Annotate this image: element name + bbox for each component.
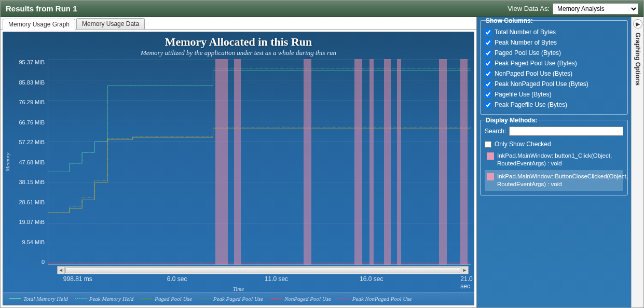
legend-swatch-icon bbox=[75, 298, 87, 299]
column-checkbox[interactable] bbox=[485, 71, 491, 77]
only-show-checked-label: Only Show Checked bbox=[495, 141, 551, 148]
show-columns-group: Show Columns: Total Number of BytesPeak … bbox=[480, 20, 628, 115]
series-line bbox=[48, 68, 471, 172]
y-axis-label: Memory bbox=[3, 152, 11, 172]
method-swatch-icon bbox=[487, 173, 494, 180]
y-tick: 95.37 MiB bbox=[13, 59, 45, 65]
method-row[interactable]: InkPad.MainWindow::ButtonCloseClicked(Ob… bbox=[485, 170, 623, 191]
x-axis-label: Time bbox=[3, 286, 474, 292]
column-checkbox[interactable] bbox=[485, 50, 491, 57]
x-tick: 998.81 ms bbox=[63, 275, 92, 283]
scroll-left-arrow-icon[interactable]: ◄ bbox=[58, 267, 65, 274]
column-row: Pagefile Use (Bytes) bbox=[485, 89, 623, 100]
column-row: Peak Paged Pool Use (Bytes) bbox=[485, 58, 623, 68]
legend-swatch-icon bbox=[270, 298, 282, 299]
method-label: InkPad.MainWindow::ButtonCloseClicked(Ob… bbox=[497, 173, 628, 188]
method-label: InkPad.MainWindow::button1_Click(Object,… bbox=[497, 152, 621, 167]
legend-label: Peak Memory Held bbox=[89, 296, 134, 302]
y-axis-ticks: 95.37 MiB85.83 MiB76.29 MiB66.76 MiB57.2… bbox=[11, 59, 48, 265]
legend-item[interactable]: Peak NonPaged Pool Use bbox=[338, 296, 412, 302]
y-tick: 76.29 MiB bbox=[13, 99, 45, 105]
event-band bbox=[354, 59, 362, 264]
column-label: Paged Pool Use (Bytes) bbox=[495, 49, 561, 57]
view-data-as-select[interactable]: Memory Analysis bbox=[553, 3, 638, 15]
column-row: Total Number of Bytes bbox=[485, 27, 623, 37]
event-band bbox=[439, 59, 447, 264]
graphing-options-panel: Show Columns: Total Number of BytesPeak … bbox=[477, 17, 631, 307]
chart-legend: Total Memory HeldPeak Memory HeldPaged P… bbox=[3, 292, 474, 305]
column-checkbox[interactable] bbox=[485, 91, 491, 98]
view-data-as-label: View Data As: bbox=[508, 5, 550, 12]
column-label: NonPaged Pool Use (Bytes) bbox=[495, 70, 572, 77]
options-rail: ▶ Graphing Options bbox=[631, 17, 643, 307]
column-checkbox[interactable] bbox=[485, 39, 491, 46]
column-checkbox[interactable] bbox=[485, 29, 491, 36]
header-bar: Results from Run 1 View Data As: Memory … bbox=[1, 1, 643, 17]
column-checkbox[interactable] bbox=[485, 81, 491, 88]
column-row: NonPaged Pool Use (Bytes) bbox=[485, 68, 623, 79]
tab-0[interactable]: Memory Usage Graph bbox=[3, 19, 75, 30]
legend-item[interactable]: NonPaged Pool Use bbox=[270, 296, 331, 302]
event-band bbox=[304, 59, 311, 264]
display-methods-title: Display Methods: bbox=[484, 117, 539, 124]
event-band bbox=[234, 59, 241, 264]
column-label: Peak Pagefile Use (Bytes) bbox=[495, 101, 567, 108]
legend-item[interactable]: Peak Memory Held bbox=[75, 296, 134, 302]
column-row: Peak NonPaged Pool Use (Bytes) bbox=[485, 79, 623, 89]
y-tick: 57.22 MiB bbox=[13, 139, 45, 145]
legend-label: Total Memory Held bbox=[23, 296, 68, 302]
legend-label: Peak Paged Pool Use bbox=[213, 296, 263, 302]
method-swatch-icon bbox=[487, 152, 494, 160]
y-tick: 19.07 MiB bbox=[13, 219, 45, 225]
column-label: Peak Number of Bytes bbox=[495, 39, 557, 46]
scroll-right-arrow-icon[interactable]: ► bbox=[461, 267, 468, 274]
legend-item[interactable]: Peak Paged Pool Use bbox=[199, 296, 263, 302]
column-label: Pagefile Use (Bytes) bbox=[495, 91, 551, 98]
chart-plot-area[interactable] bbox=[48, 59, 471, 265]
legend-swatch-icon bbox=[199, 298, 211, 299]
x-tick: 6.0 sec bbox=[167, 275, 187, 283]
legend-label: Paged Pool Use bbox=[155, 296, 191, 302]
show-columns-title: Show Columns: bbox=[484, 17, 535, 24]
chart-title: Memory Allocated in this Run bbox=[3, 35, 474, 49]
time-scrollbar[interactable]: ◄ ► bbox=[57, 266, 469, 274]
chevron-right-icon: ▶ bbox=[636, 21, 640, 27]
search-label: Search: bbox=[485, 128, 506, 135]
column-row: Peak Number of Bytes bbox=[485, 37, 623, 48]
y-tick: 38.15 MiB bbox=[13, 179, 45, 185]
graph-panel: Memory Allocated in this Run Memory util… bbox=[3, 32, 474, 305]
collapse-panel-button[interactable]: ▶ bbox=[633, 19, 642, 29]
y-tick: 47.68 MiB bbox=[13, 159, 45, 165]
y-tick: 85.83 MiB bbox=[13, 79, 45, 86]
chart-subtitle: Memory utilized by the application under… bbox=[3, 49, 474, 57]
column-checkbox[interactable] bbox=[485, 60, 491, 67]
x-tick: 16.0 sec bbox=[360, 275, 383, 283]
x-tick: 21.0 sec bbox=[460, 275, 472, 290]
x-axis-ticks: 998.81 ms6.0 sec11.0 sec16.0 sec21.0 sec bbox=[57, 275, 471, 284]
legend-swatch-icon bbox=[338, 298, 350, 299]
y-tick: 0 bbox=[13, 259, 45, 265]
column-checkbox[interactable] bbox=[485, 102, 491, 108]
column-label: Total Number of Bytes bbox=[495, 29, 556, 36]
series-line bbox=[48, 128, 471, 213]
tab-1[interactable]: Memory Usage Data bbox=[76, 18, 145, 29]
display-methods-group: Display Methods: Search: Only Show Check… bbox=[480, 120, 628, 195]
legend-label: NonPaged Pool Use bbox=[284, 296, 331, 302]
column-row: Peak Pagefile Use (Bytes) bbox=[485, 100, 623, 110]
search-input[interactable] bbox=[509, 127, 623, 136]
method-row[interactable]: InkPad.MainWindow::button1_Click(Object,… bbox=[485, 149, 623, 170]
event-band bbox=[215, 59, 228, 264]
y-tick: 28.61 MiB bbox=[13, 199, 45, 205]
legend-item[interactable]: Paged Pool Use bbox=[141, 296, 191, 302]
y-tick: 9.54 MiB bbox=[13, 239, 45, 245]
column-label: Peak NonPaged Pool Use (Bytes) bbox=[495, 80, 588, 88]
event-band bbox=[384, 59, 391, 264]
column-row: Paged Pool Use (Bytes) bbox=[485, 48, 623, 58]
page-title: Results from Run 1 bbox=[6, 4, 508, 13]
event-band bbox=[460, 59, 468, 264]
legend-label: Peak NonPaged Pool Use bbox=[352, 296, 412, 302]
only-show-checked-checkbox[interactable] bbox=[485, 141, 491, 148]
legend-swatch-icon bbox=[9, 298, 21, 299]
column-label: Peak Paged Pool Use (Bytes) bbox=[495, 60, 577, 67]
legend-item[interactable]: Total Memory Held bbox=[9, 296, 68, 302]
